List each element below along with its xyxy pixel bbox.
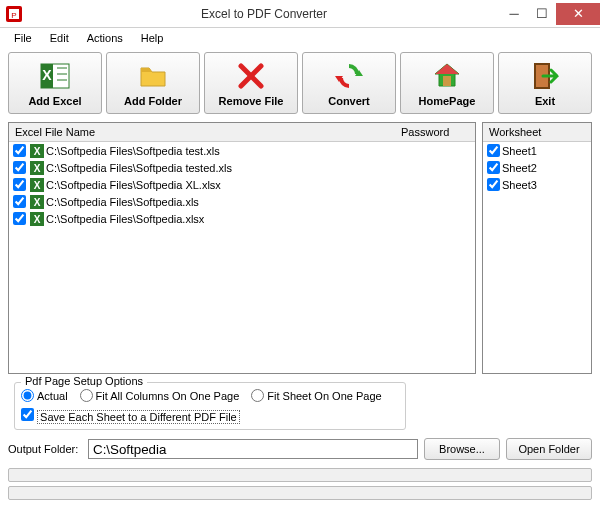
worksheet-name: Sheet2 xyxy=(502,162,537,174)
svg-text:X: X xyxy=(34,163,41,174)
file-checkbox[interactable] xyxy=(13,161,26,174)
menu-actions[interactable]: Actions xyxy=(79,30,131,46)
menu-help[interactable]: Help xyxy=(133,30,172,46)
homepage-label: HomePage xyxy=(419,95,476,107)
add-excel-button[interactable]: X Add Excel xyxy=(8,52,102,114)
file-row[interactable]: XC:\Softpedia Files\Softpedia XL.xlsx xyxy=(9,176,475,193)
convert-icon xyxy=(333,60,365,92)
file-checkbox[interactable] xyxy=(13,144,26,157)
remove-file-button[interactable]: Remove File xyxy=(204,52,298,114)
pdf-options-group: Pdf Page Setup Options Actual Fit All Co… xyxy=(14,382,406,430)
titlebar: P Excel to PDF Converter ─ ☐ ✕ xyxy=(0,0,600,28)
output-row: Output Folder: Browse... Open Folder xyxy=(0,434,600,464)
progress-bar-1 xyxy=(8,468,592,482)
file-header: Excel File Name Password xyxy=(9,123,475,142)
excel-file-icon: X xyxy=(30,144,44,158)
file-row[interactable]: XC:\Softpedia Files\Softpedia test.xls xyxy=(9,142,475,159)
file-path: C:\Softpedia Files\Softpedia.xlsx xyxy=(46,213,204,225)
worksheet-list[interactable]: Sheet1Sheet2Sheet3 xyxy=(483,142,591,373)
excel-file-icon: X xyxy=(30,195,44,209)
window-controls: ─ ☐ ✕ xyxy=(500,3,600,25)
file-row[interactable]: XC:\Softpedia Files\Softpedia tested.xls xyxy=(9,159,475,176)
worksheet-header[interactable]: Worksheet xyxy=(483,123,591,142)
pdf-options-title: Pdf Page Setup Options xyxy=(21,375,147,387)
radio-fit-sheet-input[interactable] xyxy=(251,389,264,402)
worksheet-row[interactable]: Sheet2 xyxy=(483,159,591,176)
app-icon: P xyxy=(6,6,22,22)
main-area: Excel File Name Password XC:\Softpedia F… xyxy=(0,118,600,378)
radio-fit-sheet[interactable]: Fit Sheet On One Page xyxy=(251,389,381,402)
maximize-button[interactable]: ☐ xyxy=(528,3,556,25)
exit-icon xyxy=(529,60,561,92)
worksheet-row[interactable]: Sheet3 xyxy=(483,176,591,193)
svg-text:X: X xyxy=(34,146,41,157)
svg-text:X: X xyxy=(42,67,52,83)
file-path: C:\Softpedia Files\Softpedia test.xls xyxy=(46,145,220,157)
add-folder-label: Add Folder xyxy=(124,95,182,107)
folder-icon xyxy=(137,60,169,92)
excel-file-icon: X xyxy=(30,212,44,226)
remove-file-label: Remove File xyxy=(219,95,284,107)
file-panel: Excel File Name Password XC:\Softpedia F… xyxy=(8,122,476,374)
worksheet-row[interactable]: Sheet1 xyxy=(483,142,591,159)
output-label: Output Folder: xyxy=(8,443,82,455)
file-checkbox[interactable] xyxy=(13,212,26,225)
worksheet-panel: Worksheet Sheet1Sheet2Sheet3 xyxy=(482,122,592,374)
check-save-each[interactable]: Save Each Sheet to a Different PDF File xyxy=(21,408,240,423)
file-list[interactable]: XC:\Softpedia Files\Softpedia test.xlsXC… xyxy=(9,142,475,373)
file-header-name[interactable]: Excel File Name xyxy=(9,123,395,141)
convert-button[interactable]: Convert xyxy=(302,52,396,114)
exit-button[interactable]: Exit xyxy=(498,52,592,114)
file-path: C:\Softpedia Files\Softpedia XL.xlsx xyxy=(46,179,221,191)
output-folder-input[interactable] xyxy=(88,439,418,459)
add-folder-button[interactable]: Add Folder xyxy=(106,52,200,114)
file-checkbox[interactable] xyxy=(13,195,26,208)
worksheet-name: Sheet3 xyxy=(502,179,537,191)
check-save-each-input[interactable] xyxy=(21,408,34,421)
file-row[interactable]: XC:\Softpedia Files\Softpedia.xlsx xyxy=(9,210,475,227)
homepage-button[interactable]: HomePage xyxy=(400,52,494,114)
excel-file-icon: X xyxy=(30,178,44,192)
file-checkbox[interactable] xyxy=(13,178,26,191)
svg-text:P: P xyxy=(11,11,16,20)
radio-fit-cols[interactable]: Fit All Columns On One Page xyxy=(80,389,240,402)
browse-button[interactable]: Browse... xyxy=(424,438,500,460)
convert-label: Convert xyxy=(328,95,370,107)
home-icon xyxy=(431,60,463,92)
menubar: File Edit Actions Help xyxy=(0,28,600,48)
radio-actual[interactable]: Actual xyxy=(21,389,68,402)
radio-fit-cols-input[interactable] xyxy=(80,389,93,402)
close-button[interactable]: ✕ xyxy=(556,3,600,25)
worksheet-name: Sheet1 xyxy=(502,145,537,157)
svg-text:X: X xyxy=(34,180,41,191)
svg-text:X: X xyxy=(34,197,41,208)
svg-text:X: X xyxy=(34,214,41,225)
file-header-password[interactable]: Password xyxy=(395,123,475,141)
worksheet-checkbox[interactable] xyxy=(487,161,500,174)
worksheet-checkbox[interactable] xyxy=(487,178,500,191)
add-excel-label: Add Excel xyxy=(28,95,81,107)
worksheet-checkbox[interactable] xyxy=(487,144,500,157)
progress-bar-2 xyxy=(8,486,592,500)
menu-file[interactable]: File xyxy=(6,30,40,46)
svg-rect-11 xyxy=(443,76,451,86)
toolbar: X Add Excel Add Folder Remove File Conve… xyxy=(0,48,600,118)
remove-icon xyxy=(235,60,267,92)
menu-edit[interactable]: Edit xyxy=(42,30,77,46)
file-path: C:\Softpedia Files\Softpedia tested.xls xyxy=(46,162,232,174)
radio-actual-input[interactable] xyxy=(21,389,34,402)
excel-file-icon: X xyxy=(30,161,44,175)
window-title: Excel to PDF Converter xyxy=(28,7,500,21)
file-path: C:\Softpedia Files\Softpedia.xls xyxy=(46,196,199,208)
excel-icon: X xyxy=(39,60,71,92)
file-row[interactable]: XC:\Softpedia Files\Softpedia.xls xyxy=(9,193,475,210)
open-folder-button[interactable]: Open Folder xyxy=(506,438,592,460)
minimize-button[interactable]: ─ xyxy=(500,3,528,25)
exit-label: Exit xyxy=(535,95,555,107)
